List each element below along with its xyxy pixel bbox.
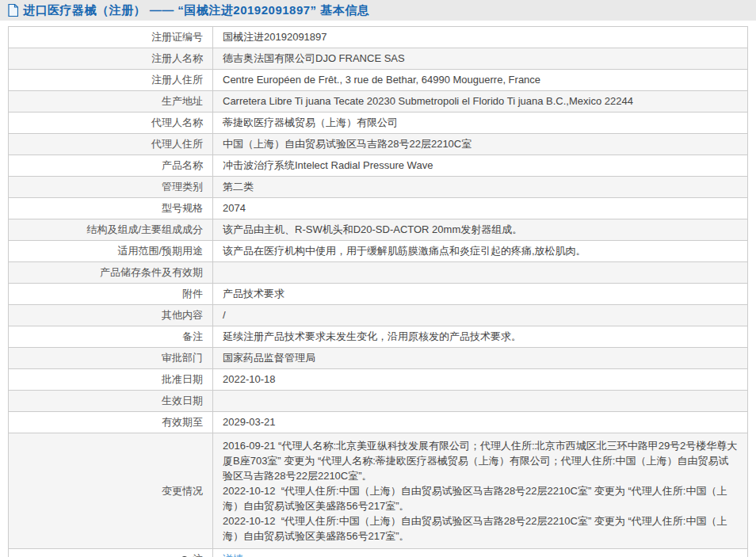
row-label-text: 结构及组成/主要组成成分 (86, 223, 203, 237)
row-value: 延续注册产品技术要求未发生变化，沿用原核发的产品技术要求。 (213, 326, 747, 347)
row-value: 冲击波治疗系统Intelect Radial Pressure Wave (213, 155, 747, 176)
row-value-text: 2029-03-21 (223, 415, 738, 429)
row-label-text: 型号规格 (162, 201, 203, 216)
row-value: 2016-09-21 “代理人名称:北京美亚纵科技发展有限公司；代理人住所:北京… (213, 433, 747, 548)
row-label: 适用范围/预期用途 (9, 241, 213, 261)
row-label-text: 代理人名称 (151, 116, 203, 130)
row-label: 有效期至 (9, 412, 213, 433)
row-label: 管理类别 (9, 177, 213, 197)
row-label-text: 有效期至 (162, 415, 203, 429)
row-label-text: 注册证编号 (151, 30, 203, 44)
row-label: 结构及组成/主要组成成分 (9, 219, 213, 240)
row-value-text: 延续注册产品技术要求未发生变化，沿用原核发的产品技术要求。 (223, 330, 738, 344)
row-value-text: 该产品由主机、R-SW机头和D20-SD-ACTOR 20mm发射器组成。 (223, 223, 738, 237)
row-label: 其他内容 (9, 305, 213, 326)
row-label: 注 (9, 549, 213, 557)
row-label: 注册人住所 (9, 70, 213, 90)
row-label-text: 代理人住所 (151, 137, 203, 151)
row-label-text: 附件 (182, 287, 203, 301)
row-label-text: 注 (193, 552, 203, 557)
row-value: 蒂捷欧医疗器械贸易（上海）有限公司 (213, 113, 747, 133)
row-value-text: 2022-10-18 (223, 372, 738, 387)
table-row: 代理人住所中国（上海）自由贸易试验区马吉路28号22层2210C室 (9, 134, 747, 155)
row-value: 第二类 (213, 177, 747, 197)
row-label-text: 其他内容 (162, 308, 203, 322)
row-value-text: 国械注进20192091897 (223, 30, 738, 44)
row-value-text: / (223, 308, 738, 322)
row-label: 备注 (9, 326, 213, 347)
row-label-text: 备注 (182, 330, 203, 344)
row-value (213, 391, 747, 411)
row-label-text: 变更情况 (162, 484, 203, 498)
row-value-text: 蒂捷欧医疗器械贸易（上海）有限公司 (223, 116, 738, 130)
table-row: 管理类别第二类 (9, 177, 747, 198)
row-value: 中国（上海）自由贸易试验区马吉路28号22层2210C室 (213, 134, 747, 155)
table-row: 批准日期2022-10-18 (9, 369, 747, 391)
row-label-text: 批准日期 (162, 372, 203, 387)
row-value: 该产品由主机、R-SW机头和D20-SD-ACTOR 20mm发射器组成。 (213, 219, 747, 240)
row-value-text: Centre Européen de Frêt., 3 rue de Betha… (223, 73, 738, 87)
row-value-text: Carretera Libre Ti juana Tecate 20230 Su… (223, 94, 738, 109)
row-label-text: 适用范围/预期用途 (117, 244, 203, 258)
table-row: 注册人住所Centre Européen de Frêt., 3 rue de … (9, 70, 747, 91)
table-row: 备注延续注册产品技术要求未发生变化，沿用原核发的产品技术要求。 (9, 326, 747, 348)
row-label-text: 产品名称 (162, 158, 203, 173)
row-value: 产品技术要求 (213, 284, 747, 304)
change-record: 2022-10-12 “代理人住所:中国（上海）自由贸易试验区马吉路28号22层… (223, 513, 738, 544)
row-value-text: 第二类 (223, 180, 738, 194)
row-label-text: 管理类别 (162, 180, 203, 194)
table-row: 生产地址Carretera Libre Ti juana Tecate 2023… (9, 91, 747, 113)
row-label: 代理人名称 (9, 113, 213, 133)
row-value: Carretera Libre Ti juana Tecate 20230 Su… (213, 91, 747, 112)
change-record: 2016-09-21 “代理人名称:北京美亚纵科技发展有限公司；代理人住所:北京… (223, 438, 738, 483)
table-row: 审批部门国家药品监督管理局 (9, 348, 747, 369)
row-value: 德吉奥法国有限公司DJO FRANCE SAS (213, 48, 747, 69)
row-value: 国械注进20192091897 (213, 27, 747, 48)
page-header: 进口医疗器械（注册） —— “国械注进20192091897” 基本信息 (0, 0, 756, 21)
row-label: 注册人名称 (9, 48, 213, 69)
row-value-text: 该产品在医疗机构中使用，用于缓解肌筋膜激痛点和炎症引起的疼痛,放松肌肉。 (223, 244, 738, 258)
row-value (213, 262, 747, 283)
page-title: 进口医疗器械（注册） —— “国械注进20192091897” 基本信息 (23, 3, 369, 18)
row-value: 2029-03-21 (213, 412, 747, 433)
row-label-text: 注册人住所 (151, 73, 203, 87)
table-row: 注详情 (9, 549, 747, 557)
table-row: 产品名称冲击波治疗系统Intelect Radial Pressure Wave (9, 155, 747, 177)
row-label: 附件 (9, 284, 213, 304)
row-label-text: 产品储存条件及有效期 (100, 265, 203, 280)
table-row: 适用范围/预期用途该产品在医疗机构中使用，用于缓解肌筋膜激痛点和炎症引起的疼痛,… (9, 241, 747, 262)
table-row: 注册证编号国械注进20192091897 (9, 27, 747, 48)
row-value-text: 国家药品监督管理局 (223, 351, 738, 365)
info-table: 注册证编号国械注进20192091897注册人名称德吉奥法国有限公司DJO FR… (8, 26, 748, 557)
details-link[interactable]: 详情 (223, 552, 738, 557)
row-label-text: 注册人名称 (151, 52, 203, 66)
table-row: 附件产品技术要求 (9, 284, 747, 305)
row-label: 审批部门 (9, 348, 213, 368)
row-value: 国家药品监督管理局 (213, 348, 747, 368)
row-label: 代理人住所 (9, 134, 213, 155)
row-value-text: 冲击波治疗系统Intelect Radial Pressure Wave (223, 158, 738, 173)
table-row: 型号规格2074 (9, 198, 747, 219)
table-row: 变更情况2016-09-21 “代理人名称:北京美亚纵科技发展有限公司；代理人住… (9, 433, 747, 549)
table-row: 有效期至2029-03-21 (9, 412, 747, 433)
row-value: Centre Européen de Frêt., 3 rue de Betha… (213, 70, 747, 90)
row-value: 该产品在医疗机构中使用，用于缓解肌筋膜激痛点和炎症引起的疼痛,放松肌肉。 (213, 241, 747, 261)
row-value: 详情 (213, 549, 747, 557)
row-label: 变更情况 (9, 433, 213, 548)
row-value-text: 中国（上海）自由贸易试验区马吉路28号22层2210C室 (223, 137, 738, 151)
row-label-text: 生效日期 (162, 394, 203, 408)
row-value-text: 产品技术要求 (223, 287, 738, 301)
row-label: 批准日期 (9, 369, 213, 390)
row-label-text: 生产地址 (162, 94, 203, 109)
table-row: 注册人名称德吉奥法国有限公司DJO FRANCE SAS (9, 48, 747, 70)
row-value-text: 德吉奥法国有限公司DJO FRANCE SAS (223, 52, 738, 66)
document-icon (8, 4, 18, 17)
table-row: 其他内容/ (9, 305, 747, 326)
row-value-text: 2074 (223, 201, 738, 216)
row-label: 产品储存条件及有效期 (9, 262, 213, 283)
row-label: 生效日期 (9, 391, 213, 411)
table-row: 结构及组成/主要组成成分该产品由主机、R-SW机头和D20-SD-ACTOR 2… (9, 219, 747, 241)
row-label: 产品名称 (9, 155, 213, 176)
table-row: 生效日期 (9, 391, 747, 412)
table-row: 产品储存条件及有效期 (9, 262, 747, 284)
